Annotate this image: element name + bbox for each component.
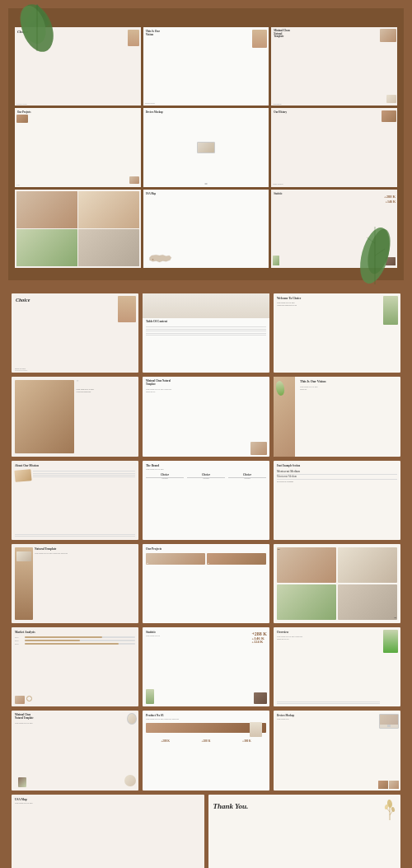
overview-line-1 (277, 701, 380, 702)
thumb-devices-top[interactable]: Devices Mockup (143, 108, 269, 186)
thumb-photos-top[interactable] (15, 190, 141, 268)
product-stat-3: +380 K (227, 739, 266, 743)
slide-natural-img (15, 547, 33, 620)
large-row-5: Market Analysis item 01 item 02 (12, 627, 400, 706)
thumb-usa-title: USA Map (146, 192, 267, 195)
market-bar-fill-2 (25, 640, 80, 641)
brand-text-2: lorem ipsum (187, 478, 225, 479)
photo-n-3 (277, 584, 336, 620)
slide-minimal-b-circle (127, 713, 137, 725)
slide-vision-body: lorem ipsum dolor sit amet adipiscing (300, 386, 318, 391)
thumb-minimal-clean-top[interactable]: Minimal Clean Natural Template lorem ips… (271, 27, 397, 106)
slide-stat-numbers: +288 K +146 K +124 K (251, 631, 267, 645)
slide-toc-lines (146, 325, 266, 337)
slide-overview[interactable]: Overview lorem ipsum dolor sit amet cons… (274, 627, 400, 706)
stat-bottom-img (254, 692, 267, 704)
slide-table-content[interactable]: Table Of Content (143, 293, 269, 373)
thumb-devices-title: Devices Mockup (146, 110, 267, 114)
font-demo-div2 (277, 479, 397, 480)
svg-point-3 (152, 259, 153, 260)
toc-line-5 (146, 335, 266, 335)
slide-product-item (250, 722, 262, 737)
font-demo-text2: Montserrat Medium (277, 475, 397, 478)
slide-natural-template[interactable]: Natural Template lorem ipsum dolor sit a… (12, 544, 138, 623)
thumb-proj-img2 (129, 176, 139, 184)
mission-bottom-lines (15, 533, 135, 537)
svg-point-16 (391, 806, 395, 812)
slide-product-stats: +288 K +288 K +380 K (146, 739, 266, 743)
thumb-stat-num1: +288 K (384, 195, 396, 199)
market-circle-icon (26, 696, 32, 701)
thumb-person-img (128, 30, 139, 46)
slide-proj-grid: 02 01 (146, 553, 266, 565)
slide-product-body: lorem ipsum dolor sit amet consectetur a… (146, 718, 179, 720)
market-bar-label-3: item 03 (15, 644, 23, 645)
stat-num-3: +124 K (251, 640, 267, 645)
slide-market-bars: item 01 item 02 item 03 (15, 636, 135, 645)
slide-natural-inset (16, 551, 31, 561)
slide-usa-map-lg[interactable]: USA Map lorem ipsum dolor sit amet locat… (12, 795, 204, 868)
large-row-7: USA Map lorem ipsum dolor sit amet locat… (12, 795, 400, 868)
slide-choice-large[interactable]: Choice presentation template minimal cle… (12, 293, 138, 373)
market-bar-fill-1 (25, 636, 102, 638)
slide-usa-title: USA Map (15, 798, 201, 801)
thumb-photo-1 (16, 191, 77, 228)
brand-choice-3: Choice lorem ipsum (228, 473, 266, 480)
top-section: Choice presentation template This Is Our… (8, 8, 404, 280)
slide-quote[interactable]: " lorem ipsum dolor sit amet consectetur… (12, 377, 138, 456)
slide-devices-stand (387, 725, 391, 727)
slide-statistic-lg[interactable]: Statistic lorem ipsum dolor sit +288 K +… (143, 627, 269, 706)
photo-n-num1: 03 (278, 548, 280, 551)
slide-market-analysis[interactable]: Market Analysis item 01 item 02 (12, 627, 138, 706)
thumb-monitor-display (198, 143, 214, 152)
stat-plant-img (146, 689, 154, 704)
slide-market-title: Market Analysis (15, 631, 135, 634)
slide-thank-you-text: Thank You. (213, 802, 396, 810)
market-bar-3 (25, 643, 135, 645)
slide-usa-body: lorem ipsum dolor sit amet (15, 802, 40, 805)
thumb-minimal-title: Minimal Clean Natural Template (274, 30, 292, 39)
toc-line-3 (146, 331, 266, 331)
thumb-minimal-img2 (386, 95, 396, 103)
thumb-history-text: timeline content text (273, 184, 283, 185)
proj-num-1: 02 (147, 562, 148, 564)
thumb-minimal-img (380, 29, 396, 42)
slide-projects-lg[interactable]: Our Projects 02 01 (143, 544, 269, 623)
slide-product-05[interactable]: Product No 05 lorem ipsum dolor sit amet… (143, 711, 269, 790)
brand-choice-1: Choice lorem ipsum (146, 473, 184, 480)
brand-text-1: lorem ipsum (146, 478, 184, 479)
slide-vision-title: This Is Our Vision (300, 380, 397, 384)
slide-photos-numbered[interactable]: 03 04 (274, 544, 400, 623)
slide-devices-body: lorem ipsum dolor (277, 718, 297, 720)
slide-vision-leaf (275, 381, 286, 396)
slide-font-example[interactable]: Font Example Section Montserrat Medium M… (274, 461, 400, 540)
slide-font-demo: Montserrat Medium Montserrat Medium Mont… (277, 470, 397, 483)
thumb-usa-map-top[interactable]: USA Map (143, 190, 269, 268)
slide-about-mission[interactable]: About Our Mission (12, 461, 138, 540)
thumb-proj-img1 (16, 115, 28, 123)
thumb-history-top[interactable]: Our History timeline content text (271, 108, 397, 186)
slide-brand-choices: Choice lorem ipsum Choice lorem ipsum Ch… (146, 473, 266, 480)
slide-thank-you[interactable]: Thank You. presentation template (208, 795, 401, 868)
slide-minimal-b-title: Minimal Clean Natural Template (15, 714, 38, 720)
slide-brand[interactable]: The Brand lorem ipsum dolor sit amet Cho… (143, 461, 269, 540)
mission-line-2 (33, 473, 135, 474)
market-bar-row-3: item 03 (15, 643, 135, 645)
mission-line-1 (33, 471, 135, 472)
thumb-usa-svg (145, 252, 174, 265)
slide-welcome[interactable]: Welcome To Choice lorem ipsum dolor sit … (274, 293, 400, 373)
slide-minimal-clean-b[interactable]: Minimal Clean Natural Template lorem ips… (12, 711, 138, 790)
thumb-vision[interactable]: This Is Our Vision description text here (143, 27, 269, 106)
slide-product-title: Product No 05 (146, 714, 266, 717)
thumb-label-small: presentation template (16, 104, 27, 105)
thumb-photo-2 (78, 191, 139, 228)
slide-overview-title: Overview (277, 631, 397, 634)
thumb-projects-top[interactable]: Our Projects 01 02 (15, 108, 141, 186)
slide-vision-lg[interactable]: This Is Our Vision lorem ipsum dolor sit… (274, 377, 400, 456)
font-demo-div1 (277, 474, 397, 475)
photo-n-1: 03 (277, 547, 336, 583)
slide-minimal-clean-lg[interactable]: Minimal Clean Natural Template lorem ips… (143, 377, 269, 456)
slide-devices-lg[interactable]: Devices Mockup lorem ipsum dolor (274, 711, 400, 790)
product-stat-1: +288 K (146, 739, 185, 743)
thumb-stat-plant (273, 256, 279, 265)
